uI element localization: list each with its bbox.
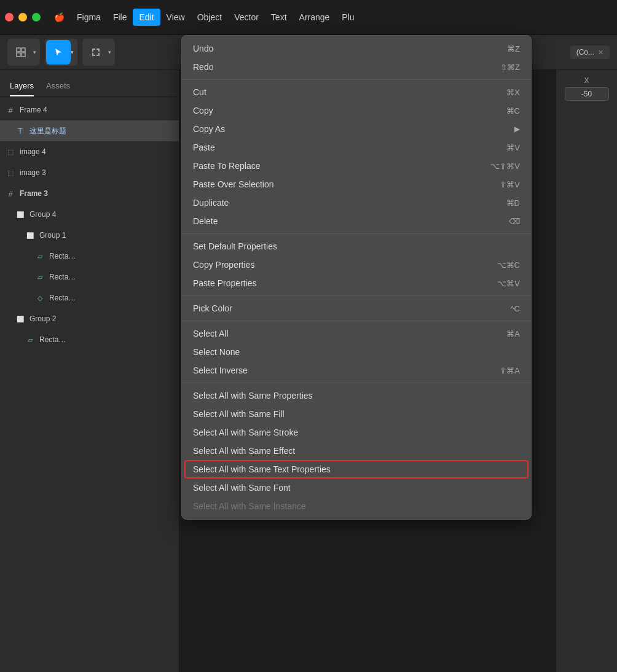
menu-item-pick-color[interactable]: Pick Color ^C [182,299,531,318]
svg-rect-3 [22,53,25,57]
menu-separator [182,295,531,296]
menu-item-label: Copy [193,106,213,115]
x-label: X [584,76,589,85]
group-icon: ⬜ [25,232,36,239]
menu-item-label: Paste [193,143,215,152]
select-tool-button[interactable] [46,40,71,64]
layer-item[interactable]: # Frame 4 [0,100,179,120]
text-icon: T [15,127,26,136]
menu-item-delete[interactable]: Delete ⌫ [182,212,531,230]
menu-bar: 🍎 Figma File Edit View Object Vector Tex… [0,0,617,35]
layer-item[interactable]: ◇ Recta… [0,287,179,308]
menu-item-label: Paste Over Selection [193,179,274,189]
menu-item-paste-properties[interactable]: Paste Properties ⌥⌘V [182,274,531,292]
svg-rect-10 [98,49,100,52]
frame-tool-button[interactable] [84,40,108,64]
menu-item-paste-over-selection[interactable]: Paste Over Selection ⇧⌘V [182,175,531,193]
panel-tabs: Layers Assets [0,70,179,97]
svg-rect-1 [22,48,25,52]
menu-item-select-none[interactable]: Select None [182,343,531,361]
close-button[interactable] [5,13,14,21]
menu-shortcut: ⌘A [506,329,520,338]
menu-shortcut: ⌘C [506,106,520,115]
layer-name: Group 4 [29,210,174,219]
menu-item-same-font[interactable]: Select All with Same Font [182,479,531,497]
layer-item[interactable]: ▱ Recta… [0,246,179,267]
menu-item-duplicate[interactable]: Duplicate ⌘D [182,193,531,212]
minimize-button[interactable] [18,13,27,21]
rect-icon: ▱ [25,336,36,344]
layer-list: # Frame 4 T 这里是标题 ⬚ image 4 ⬚ image 3 # … [0,97,179,350]
menu-item-label: Paste To Replace [193,161,260,171]
menu-item-copy-properties[interactable]: Copy Properties ⌥⌘C [182,256,531,274]
layer-item[interactable]: ⬜ Group 4 [0,204,179,225]
menu-item-copy-as[interactable]: Copy As ▶ [182,120,531,138]
menu-file[interactable]: File [107,9,133,26]
tab-assets[interactable]: Assets [46,81,70,96]
menu-item-undo[interactable]: Undo ⌘Z [182,39,531,58]
menu-item-cut[interactable]: Cut ⌘X [182,83,531,101]
menu-item-paste[interactable]: Paste ⌘V [182,138,531,157]
layer-name: Recta… [49,252,174,260]
layer-item-selected[interactable]: T 这里是标题 [0,120,179,141]
window-controls [5,13,41,21]
layer-name: image 4 [20,147,174,156]
layer-item[interactable]: ▱ Recta… [0,267,179,287]
tab-layers[interactable]: Layers [10,81,34,96]
menu-item-label: Pick Color [193,303,232,313]
menu-shortcut: ⌥⇧⌘V [490,162,520,171]
menu-object[interactable]: Object [191,9,228,26]
layer-item[interactable]: ⬚ image 4 [0,141,179,162]
menu-item-same-stroke[interactable]: Select All with Same Stroke [182,423,531,442]
menu-shortcut: ⌘X [506,88,520,97]
menu-item-label: Select All with Same Font [193,483,291,493]
x-input[interactable] [565,87,609,101]
menu-item-label: Delete [193,216,218,226]
shape-icon: ◇ [34,294,45,302]
frame-icon: # [5,189,16,198]
menu-item-select-all[interactable]: Select All ⌘A [182,324,531,343]
menu-edit[interactable]: Edit [133,9,160,26]
menu-vector[interactable]: Vector [228,9,265,26]
menu-text[interactable]: Text [265,9,293,26]
grid-tool-chevron: ▾ [33,49,39,55]
layer-name: Recta… [49,273,174,281]
svg-rect-2 [17,53,20,57]
menu-item-label: Undo [193,44,213,53]
menu-item-same-properties[interactable]: Select All with Same Properties [182,386,531,405]
tab-close-button[interactable]: ✕ [598,49,603,57]
menu-separator [182,233,531,234]
menu-shortcut: ⌥⌘C [497,260,520,270]
menu-item-same-fill[interactable]: Select All with Same Fill [182,405,531,423]
menu-item-paste-to-replace[interactable]: Paste To Replace ⌥⇧⌘V [182,157,531,175]
menu-apple[interactable]: 🍎 [48,9,71,26]
menu-item-copy[interactable]: Copy ⌘C [182,101,531,120]
menu-item-label: Select Inverse [193,365,248,375]
menu-plugins[interactable]: Plu [336,9,360,26]
menu-item-label: Select All with Same Stroke [193,428,298,437]
layer-item[interactable]: ⬚ image 3 [0,162,179,183]
grid-tool-button[interactable] [9,40,33,64]
menu-item-redo[interactable]: Redo ⇧⌘Z [182,58,531,76]
maximize-button[interactable] [32,13,41,21]
layer-item[interactable]: # Frame 3 [0,183,179,204]
layer-item[interactable]: ▱ Recta… [0,329,179,350]
layer-name: Frame 4 [20,106,174,114]
menu-item-set-default[interactable]: Set Default Properties [182,237,531,256]
layer-name: Recta… [39,335,174,344]
layer-item[interactable]: ⬜ Group 1 [0,225,179,246]
menu-shortcut: ^C [511,304,521,313]
menu-item-label: Select All [193,329,229,338]
menu-arrange[interactable]: Arrange [293,9,336,26]
menu-item-select-inverse[interactable]: Select Inverse ⇧⌘A [182,361,531,380]
menu-view[interactable]: View [160,9,191,26]
menu-item-label: Select All with Same Effect [193,446,295,456]
menu-figma[interactable]: Figma [71,9,107,26]
menu-item-same-effect[interactable]: Select All with Same Effect [182,442,531,460]
menu-item-same-text-properties[interactable]: Select All with Same Text Properties [184,460,529,479]
open-tab[interactable]: (Co... ✕ [570,45,610,59]
layer-name: Group 1 [39,231,174,240]
group-icon: ⬜ [15,316,26,322]
layer-name: image 3 [20,168,174,177]
layer-item[interactable]: ⬜ Group 2 [0,308,179,329]
